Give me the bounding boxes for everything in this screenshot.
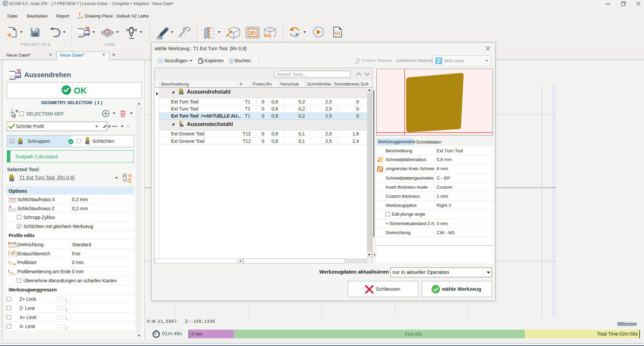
svg-text:G1: G1 [335,31,340,36]
svg-text:ISO: ISO [264,33,271,38]
svg-text:2D: 2D [249,30,256,36]
